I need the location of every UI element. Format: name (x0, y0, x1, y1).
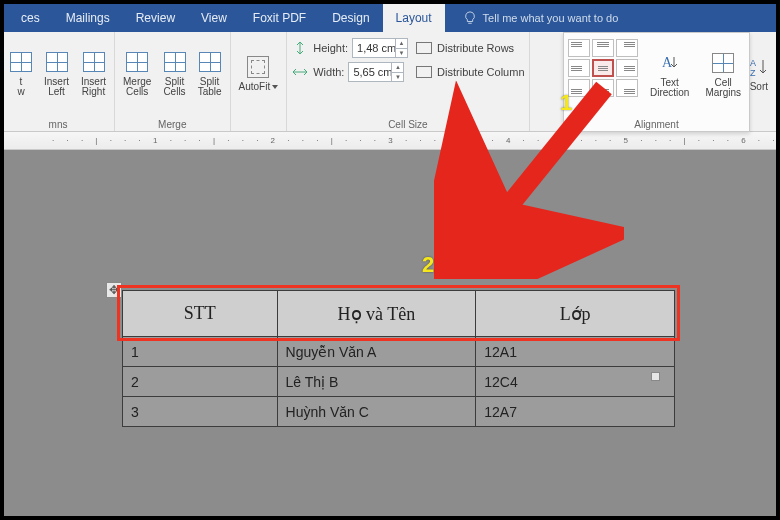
cell-margins-button[interactable]: Cell Margins (701, 35, 745, 113)
table-row: 3Huỳnh Văn C12A7 (123, 397, 675, 427)
document-table[interactable]: STT Họ và Tên Lớp 1Nguyễn Văn A12A1 2Lê … (122, 290, 675, 427)
align-bottom-center[interactable] (592, 79, 614, 97)
table-move-handle[interactable]: ✥ (106, 282, 122, 298)
chevron-down-icon (272, 85, 278, 89)
split-cells-button[interactable]: SplitCells (159, 34, 189, 112)
ribbon-bar: tw InsertLeft InsertRight mns MergeCells… (4, 32, 776, 132)
align-middle-left[interactable] (568, 59, 590, 77)
group-label-merge: Merge (119, 118, 226, 130)
tab-design[interactable]: Design (319, 4, 382, 32)
tell-me-search[interactable]: Tell me what you want to do (445, 4, 619, 32)
height-icon (291, 41, 309, 55)
merge-cells-button[interactable]: MergeCells (119, 34, 155, 112)
tab-references-partial[interactable]: ces (8, 4, 53, 32)
annotation-callout-2: 2 (422, 252, 434, 278)
text-direction-button[interactable]: AText Direction (646, 35, 693, 113)
height-label: Height: (313, 42, 348, 54)
width-label: Width: (313, 66, 344, 78)
annotation-callout-1: 1 (560, 90, 572, 116)
distribute-rows-button[interactable]: Distribute Rows (416, 38, 524, 58)
align-middle-right[interactable] (616, 59, 638, 77)
insert-below-button[interactable]: tw (6, 34, 36, 112)
autofit-button[interactable]: AutoFit (235, 34, 283, 112)
table-row: 1Nguyễn Văn A12A1 (123, 337, 675, 367)
distribute-columns-button[interactable]: Distribute Column (416, 62, 524, 82)
table-header-class[interactable]: Lớp (476, 291, 675, 337)
table-row: 2Lê Thị B12C4 (123, 367, 675, 397)
table-resize-handle[interactable] (651, 372, 660, 381)
width-icon (291, 65, 309, 79)
height-input[interactable]: 1,48 cm▲▼ (352, 38, 408, 58)
group-label-rows-columns: mns (6, 118, 110, 130)
align-top-left[interactable] (568, 39, 590, 57)
ribbon-tabs: ces Mailings Review View Foxit PDF Desig… (4, 4, 776, 32)
tab-view[interactable]: View (188, 4, 240, 32)
svg-text:A: A (662, 55, 673, 70)
align-top-center[interactable] (592, 39, 614, 57)
group-label-alignment: Alignment (568, 118, 745, 130)
alignment-grid (568, 35, 638, 97)
insert-right-button[interactable]: InsertRight (77, 34, 110, 112)
tell-me-label: Tell me what you want to do (483, 12, 619, 24)
tab-review[interactable]: Review (123, 4, 188, 32)
insert-left-button[interactable]: InsertLeft (40, 34, 73, 112)
width-input[interactable]: 5,65 cm▲▼ (348, 62, 404, 82)
svg-text:A: A (750, 58, 756, 68)
align-middle-center[interactable] (592, 59, 614, 77)
table-header-stt[interactable]: STT (123, 291, 278, 337)
group-label-cell-size: Cell Size (291, 118, 524, 130)
align-top-right[interactable] (616, 39, 638, 57)
tab-foxit-pdf[interactable]: Foxit PDF (240, 4, 319, 32)
horizontal-ruler[interactable]: · · · | · · · 1 · · · | · · · 2 · · · | … (4, 132, 776, 150)
align-bottom-right[interactable] (616, 79, 638, 97)
tab-layout[interactable]: Layout (383, 4, 445, 32)
svg-text:Z: Z (750, 68, 756, 77)
document-area: ✥ STT Họ và Tên Lớp 1Nguyễn Văn A12A1 2L… (4, 150, 776, 516)
table-header-name[interactable]: Họ và Tên (277, 291, 476, 337)
split-table-button[interactable]: SplitTable (194, 34, 226, 112)
lightbulb-icon (463, 11, 477, 25)
tab-mailings[interactable]: Mailings (53, 4, 123, 32)
